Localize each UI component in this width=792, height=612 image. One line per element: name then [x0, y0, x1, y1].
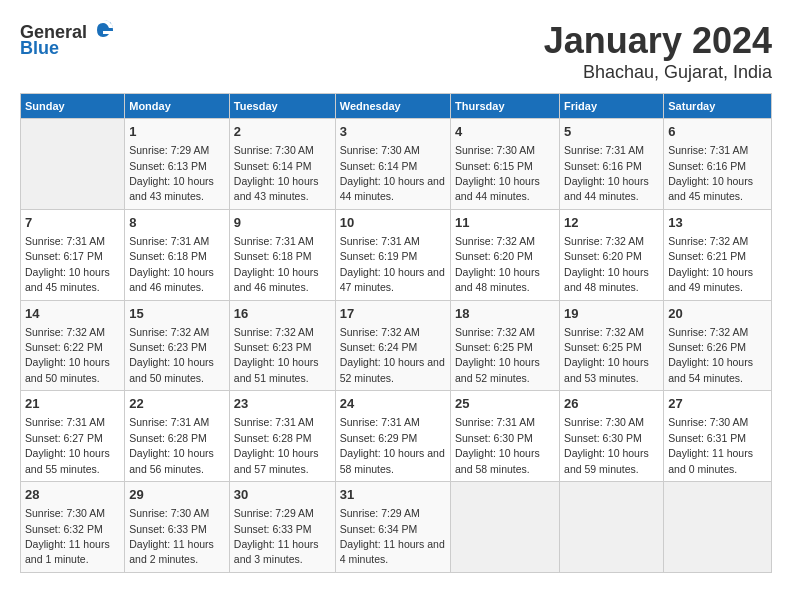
sunset-info: Sunset: 6:20 PM — [564, 250, 642, 262]
sunset-info: Sunset: 6:23 PM — [129, 341, 207, 353]
day-number: 18 — [455, 305, 555, 323]
day-number: 30 — [234, 486, 331, 504]
sunset-info: Sunset: 6:18 PM — [129, 250, 207, 262]
sunset-info: Sunset: 6:30 PM — [455, 432, 533, 444]
sunrise-info: Sunrise: 7:30 AM — [668, 416, 748, 428]
sunrise-info: Sunrise: 7:31 AM — [25, 235, 105, 247]
sunrise-info: Sunrise: 7:30 AM — [129, 507, 209, 519]
sunrise-info: Sunrise: 7:30 AM — [455, 144, 535, 156]
calendar-cell: 23 Sunrise: 7:31 AM Sunset: 6:28 PM Dayl… — [229, 391, 335, 482]
daylight-info: Daylight: 10 hours and 58 minutes. — [455, 447, 540, 474]
sunrise-info: Sunrise: 7:29 AM — [129, 144, 209, 156]
sunrise-info: Sunrise: 7:32 AM — [564, 326, 644, 338]
daylight-info: Daylight: 10 hours and 59 minutes. — [564, 447, 649, 474]
day-number: 4 — [455, 123, 555, 141]
day-number: 22 — [129, 395, 225, 413]
daylight-info: Daylight: 11 hours and 2 minutes. — [129, 538, 214, 565]
sunrise-info: Sunrise: 7:32 AM — [455, 235, 535, 247]
daylight-info: Daylight: 11 hours and 3 minutes. — [234, 538, 319, 565]
daylight-info: Daylight: 10 hours and 49 minutes. — [668, 266, 753, 293]
calendar-cell: 7 Sunrise: 7:31 AM Sunset: 6:17 PM Dayli… — [21, 209, 125, 300]
calendar-cell: 4 Sunrise: 7:30 AM Sunset: 6:15 PM Dayli… — [451, 119, 560, 210]
day-number: 29 — [129, 486, 225, 504]
calendar-cell: 20 Sunrise: 7:32 AM Sunset: 6:26 PM Dayl… — [664, 300, 772, 391]
sunset-info: Sunset: 6:20 PM — [455, 250, 533, 262]
calendar-cell: 15 Sunrise: 7:32 AM Sunset: 6:23 PM Dayl… — [125, 300, 230, 391]
sunset-info: Sunset: 6:22 PM — [25, 341, 103, 353]
sunset-info: Sunset: 6:15 PM — [455, 160, 533, 172]
calendar-cell — [664, 482, 772, 573]
sunrise-info: Sunrise: 7:30 AM — [564, 416, 644, 428]
calendar-cell: 11 Sunrise: 7:32 AM Sunset: 6:20 PM Dayl… — [451, 209, 560, 300]
sunset-info: Sunset: 6:26 PM — [668, 341, 746, 353]
sunrise-info: Sunrise: 7:31 AM — [668, 144, 748, 156]
calendar-week-row: 7 Sunrise: 7:31 AM Sunset: 6:17 PM Dayli… — [21, 209, 772, 300]
sunrise-info: Sunrise: 7:32 AM — [668, 235, 748, 247]
daylight-info: Daylight: 10 hours and 46 minutes. — [234, 266, 319, 293]
calendar-cell: 5 Sunrise: 7:31 AM Sunset: 6:16 PM Dayli… — [560, 119, 664, 210]
sunset-info: Sunset: 6:28 PM — [234, 432, 312, 444]
calendar-cell: 19 Sunrise: 7:32 AM Sunset: 6:25 PM Dayl… — [560, 300, 664, 391]
title-area: January 2024 Bhachau, Gujarat, India — [544, 20, 772, 83]
calendar-week-row: 28 Sunrise: 7:30 AM Sunset: 6:32 PM Dayl… — [21, 482, 772, 573]
calendar-cell: 17 Sunrise: 7:32 AM Sunset: 6:24 PM Dayl… — [335, 300, 450, 391]
daylight-info: Daylight: 10 hours and 46 minutes. — [129, 266, 214, 293]
sunrise-info: Sunrise: 7:32 AM — [340, 326, 420, 338]
daylight-info: Daylight: 10 hours and 44 minutes. — [455, 175, 540, 202]
day-number: 16 — [234, 305, 331, 323]
day-number: 27 — [668, 395, 767, 413]
day-number: 19 — [564, 305, 659, 323]
sunrise-info: Sunrise: 7:30 AM — [234, 144, 314, 156]
calendar-cell: 14 Sunrise: 7:32 AM Sunset: 6:22 PM Dayl… — [21, 300, 125, 391]
day-number: 20 — [668, 305, 767, 323]
sunrise-info: Sunrise: 7:29 AM — [234, 507, 314, 519]
sunset-info: Sunset: 6:14 PM — [234, 160, 312, 172]
header-day-sunday: Sunday — [21, 94, 125, 119]
day-number: 26 — [564, 395, 659, 413]
sunset-info: Sunset: 6:32 PM — [25, 523, 103, 535]
day-number: 3 — [340, 123, 446, 141]
header-day-monday: Monday — [125, 94, 230, 119]
calendar-cell: 26 Sunrise: 7:30 AM Sunset: 6:30 PM Dayl… — [560, 391, 664, 482]
month-year-title: January 2024 — [544, 20, 772, 62]
calendar-cell: 6 Sunrise: 7:31 AM Sunset: 6:16 PM Dayli… — [664, 119, 772, 210]
sunset-info: Sunset: 6:29 PM — [340, 432, 418, 444]
sunrise-info: Sunrise: 7:31 AM — [234, 416, 314, 428]
calendar-cell: 3 Sunrise: 7:30 AM Sunset: 6:14 PM Dayli… — [335, 119, 450, 210]
calendar-cell: 8 Sunrise: 7:31 AM Sunset: 6:18 PM Dayli… — [125, 209, 230, 300]
calendar-cell — [21, 119, 125, 210]
sunset-info: Sunset: 6:14 PM — [340, 160, 418, 172]
calendar-cell: 10 Sunrise: 7:31 AM Sunset: 6:19 PM Dayl… — [335, 209, 450, 300]
calendar-cell: 1 Sunrise: 7:29 AM Sunset: 6:13 PM Dayli… — [125, 119, 230, 210]
day-number: 5 — [564, 123, 659, 141]
sunset-info: Sunset: 6:25 PM — [455, 341, 533, 353]
day-number: 23 — [234, 395, 331, 413]
header-day-thursday: Thursday — [451, 94, 560, 119]
header-day-tuesday: Tuesday — [229, 94, 335, 119]
calendar-header-row: SundayMondayTuesdayWednesdayThursdayFrid… — [21, 94, 772, 119]
sunrise-info: Sunrise: 7:31 AM — [129, 235, 209, 247]
calendar-cell: 16 Sunrise: 7:32 AM Sunset: 6:23 PM Dayl… — [229, 300, 335, 391]
sunset-info: Sunset: 6:31 PM — [668, 432, 746, 444]
day-number: 1 — [129, 123, 225, 141]
sunset-info: Sunset: 6:16 PM — [564, 160, 642, 172]
calendar-cell: 29 Sunrise: 7:30 AM Sunset: 6:33 PM Dayl… — [125, 482, 230, 573]
sunset-info: Sunset: 6:19 PM — [340, 250, 418, 262]
daylight-info: Daylight: 10 hours and 43 minutes. — [129, 175, 214, 202]
calendar-cell: 31 Sunrise: 7:29 AM Sunset: 6:34 PM Dayl… — [335, 482, 450, 573]
daylight-info: Daylight: 10 hours and 50 minutes. — [129, 356, 214, 383]
sunset-info: Sunset: 6:23 PM — [234, 341, 312, 353]
calendar-cell: 25 Sunrise: 7:31 AM Sunset: 6:30 PM Dayl… — [451, 391, 560, 482]
day-number: 13 — [668, 214, 767, 232]
daylight-info: Daylight: 10 hours and 57 minutes. — [234, 447, 319, 474]
day-number: 12 — [564, 214, 659, 232]
day-number: 14 — [25, 305, 120, 323]
day-number: 10 — [340, 214, 446, 232]
header-day-saturday: Saturday — [664, 94, 772, 119]
calendar-cell: 12 Sunrise: 7:32 AM Sunset: 6:20 PM Dayl… — [560, 209, 664, 300]
sunset-info: Sunset: 6:25 PM — [564, 341, 642, 353]
daylight-info: Daylight: 11 hours and 1 minute. — [25, 538, 110, 565]
location-subtitle: Bhachau, Gujarat, India — [544, 62, 772, 83]
day-number: 25 — [455, 395, 555, 413]
header: General Blue January 2024 Bhachau, Gujar… — [20, 20, 772, 83]
